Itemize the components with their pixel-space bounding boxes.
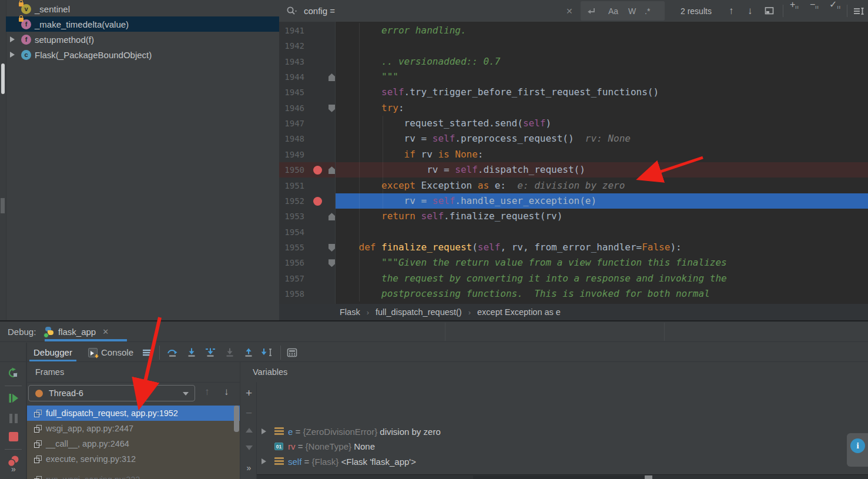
line-number[interactable]: 1941 [279,23,304,38]
code-line[interactable]: 1952 rv = self.handle_user_exception(e) [279,193,868,209]
breakpoint-icon[interactable] [313,166,322,175]
structure-item[interactable]: v_sentinel [6,1,279,16]
newline-toggle-icon[interactable] [587,0,597,22]
move-watch-down-button[interactable] [240,445,257,450]
code-line[interactable]: 1951 except Exception as e: e: division … [279,178,868,193]
code-line[interactable]: 1957 the request by converting it into a… [279,271,868,286]
fold-marker-icon[interactable] [329,213,335,220]
search-icon[interactable] [286,0,299,22]
hidden-actions-chevron[interactable]: » [0,464,26,474]
regex-toggle[interactable]: .* [645,0,650,22]
breadcrumb-item[interactable]: except Exception as e [477,307,561,317]
run-to-cursor-icon[interactable] [262,343,273,362]
code-line[interactable]: 1954 [279,225,868,240]
code-line[interactable]: 1948 rv = self.preprocess_request() rv: … [279,131,868,146]
step-into-my-code-icon[interactable] [205,343,216,362]
search-input[interactable]: config = [304,0,335,22]
code-line[interactable]: 1945 self.try_trigger_before_first_reque… [279,85,868,100]
close-search-icon[interactable]: ✕ [566,0,573,22]
fold-marker-icon[interactable] [329,166,335,174]
evaluate-expression-icon[interactable] [287,343,297,362]
code-line[interactable]: 1944 """ [279,69,868,85]
code-line[interactable]: 1947 request_started.send(self) [279,116,868,131]
structure-item[interactable]: f_make_timedelta(value) [6,16,279,32]
code-viewport[interactable]: 1941 error handling.19421943 .. versiona… [279,22,868,304]
layout-settings-icon[interactable] [142,343,152,362]
previous-frame-icon[interactable]: ↑ [205,386,210,398]
line-number[interactable]: 1949 [279,147,304,162]
fold-marker-icon[interactable] [329,259,335,267]
scrollbar-thumb[interactable] [1,63,5,94]
line-number[interactable]: 1946 [279,101,304,116]
stack-frame-row[interactable]: __call__, app.py:2464 [26,436,240,451]
filter-search-results-icon[interactable] [853,0,864,22]
stop-button[interactable] [0,432,26,441]
line-number[interactable]: 1954 [279,225,304,240]
variable-row[interactable]: self = {Flask} <Flask 'flask_app'> [257,454,868,469]
vertical-scrollbar[interactable] [234,406,239,432]
line-number[interactable]: 1956 [279,255,304,270]
code-line[interactable]: 1950 rv = self.dispatch_request() [279,162,868,177]
structure-item[interactable]: fsetupmethod(f) [6,32,279,47]
variable-row[interactable]: e = {ZeroDivisionError} division by zero [257,424,868,439]
line-number[interactable]: 1943 [279,54,304,69]
code-line[interactable]: 1941 error handling. [279,23,868,38]
code-line[interactable]: 1958 postprocessing functions. This is i… [279,286,868,302]
code-line[interactable]: 1955 def finalize_request(self, rv, from… [279,240,868,255]
line-number[interactable]: 1952 [279,193,304,209]
line-number[interactable]: 1945 [279,85,304,100]
line-number[interactable]: 1957 [279,271,304,286]
fold-marker-icon[interactable] [329,244,335,252]
line-number[interactable]: 1953 [279,209,304,224]
structure-item[interactable]: cFlask(_PackageBoundObject) [6,47,279,62]
tool-stripe-button[interactable] [1,198,5,213]
tab-console[interactable]: Console [88,343,133,362]
expand-arrow-icon[interactable] [6,52,19,58]
next-occurrence-icon[interactable]: ↓ [748,0,753,22]
whole-words-toggle[interactable]: W [628,0,636,22]
resume-button[interactable] [0,393,26,404]
close-tab-icon[interactable]: ✕ [102,327,109,336]
expand-arrow-icon[interactable] [262,428,266,434]
expand-arrow-icon[interactable] [6,36,19,42]
line-number[interactable]: 1955 [279,240,304,255]
stack-frame-row[interactable]: full_dispatch_request, app.py:1952 [26,406,240,421]
next-frame-icon[interactable]: ↓ [224,386,229,398]
line-number[interactable]: 1951 [279,178,304,193]
open-in-find-window-icon[interactable] [765,0,775,22]
line-number[interactable]: 1947 [279,116,304,131]
variable-row[interactable]: 01rv = {NoneType} None [257,439,868,454]
move-watch-up-button[interactable] [240,428,257,433]
line-number[interactable]: 1944 [279,69,304,85]
add-occurrence-icon[interactable]: +II [790,0,799,22]
stack-frame-row[interactable]: run_wsgi, serving.py:322 [26,472,240,479]
breadcrumb-item[interactable]: Flask [340,307,360,317]
match-case-toggle[interactable]: Aa [608,0,618,22]
more-watches-chevron[interactable]: » [240,463,257,473]
breadcrumb-item[interactable]: full_dispatch_request() [376,307,462,317]
step-into-icon[interactable] [186,343,197,362]
remove-occurrence-icon[interactable]: −II [810,0,819,22]
rerun-button[interactable] [0,367,26,378]
remove-watch-button[interactable]: − [240,407,257,420]
fold-marker-icon[interactable] [329,105,335,112]
code-line[interactable]: 1949 if rv is None: [279,147,868,162]
fold-marker-icon[interactable] [329,73,335,81]
stack-frame-row[interactable]: wsgi_app, app.py:2447 [26,421,240,436]
line-number[interactable]: 1958 [279,286,304,302]
code-line[interactable]: 1946 try: [279,101,868,116]
select-all-occurrences-icon[interactable]: ✓II [829,0,841,22]
line-number[interactable]: 1942 [279,38,304,53]
step-over-icon[interactable] [167,343,178,362]
tab-flask-app-session[interactable]: flask_app ✕ [45,321,127,341]
code-line[interactable]: 1953 return self.finalize_request(rv) [279,209,868,224]
code-line[interactable]: 1956 """Given the return value from a vi… [279,255,868,270]
notification-info-button[interactable]: i [847,433,868,467]
line-number[interactable]: 1948 [279,131,304,146]
previous-occurrence-icon[interactable]: ↑ [729,0,734,22]
code-line[interactable]: 1942 [279,38,868,53]
breakpoint-icon[interactable] [313,197,322,206]
add-watch-button[interactable]: + [240,387,257,400]
force-step-into-icon[interactable] [224,343,235,362]
line-number[interactable]: 1950 [279,162,304,177]
